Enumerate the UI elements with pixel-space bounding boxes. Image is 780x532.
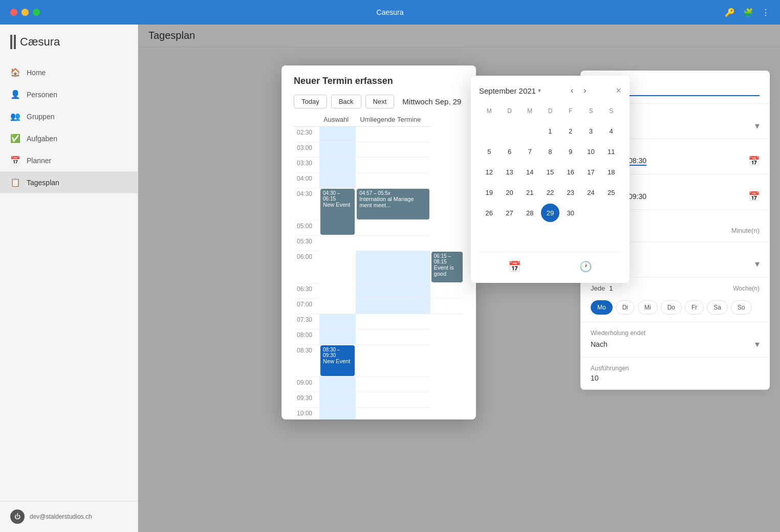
dp-day[interactable]: 20 bbox=[501, 183, 519, 202]
dp-day[interactable]: 21 bbox=[521, 183, 539, 202]
auswahl-cell[interactable] bbox=[356, 298, 430, 314]
auswahl-cell[interactable] bbox=[319, 158, 356, 173]
dp-day[interactable]: 6 bbox=[501, 142, 519, 161]
auswahl-cell[interactable] bbox=[319, 407, 356, 419]
weekday-chip[interactable]: Mo bbox=[591, 300, 613, 315]
time-cell: 03:30 bbox=[294, 158, 319, 173]
auswahl-cell[interactable] bbox=[319, 329, 356, 344]
sidebar-item-tagesplan[interactable]: 📋 Tagesplan bbox=[0, 171, 138, 193]
time-cell: 03:00 bbox=[294, 142, 319, 158]
umliegende-cell bbox=[356, 376, 430, 392]
sidebar-item-home[interactable]: 🏠 Home bbox=[0, 61, 138, 83]
dp-day[interactable]: 11 bbox=[602, 142, 620, 161]
auswahl-cell[interactable] bbox=[356, 251, 430, 283]
sidebar-item-gruppen[interactable]: 👥 Gruppen bbox=[0, 105, 138, 127]
ausfuehrungen-value[interactable]: 10 bbox=[591, 374, 760, 382]
dp-day[interactable]: 1 bbox=[541, 122, 559, 140]
back-button[interactable]: Back bbox=[331, 95, 361, 108]
weekday-chip[interactable]: So bbox=[731, 300, 752, 315]
dp-day[interactable]: 23 bbox=[561, 183, 580, 202]
dp-day[interactable]: 13 bbox=[501, 163, 519, 181]
auswahl-cell[interactable]: 04:30 – 06:15 New Event bbox=[319, 188, 356, 314]
datepicker-prev-button[interactable]: ‹ bbox=[567, 84, 577, 97]
user-email: dev@stalderstudios.ch bbox=[30, 513, 92, 520]
dp-day[interactable]: 17 bbox=[581, 163, 600, 181]
table-row: 03:00 bbox=[294, 142, 464, 158]
jede-value[interactable]: 1 bbox=[609, 284, 613, 292]
datepicker-next-button[interactable]: › bbox=[579, 84, 590, 97]
dropdown-icon[interactable]: ▾ bbox=[755, 120, 760, 131]
table-row: 09:30 bbox=[294, 392, 464, 407]
wiederholung-dropdown-icon[interactable]: ▾ bbox=[755, 339, 760, 350]
calendar-start-icon[interactable]: 📅 bbox=[748, 156, 760, 167]
dp-day[interactable]: 30 bbox=[561, 204, 580, 222]
dp-day[interactable]: 28 bbox=[521, 204, 539, 222]
auswahl-cell[interactable]: 08:30 – 09:30 New Event bbox=[319, 344, 356, 376]
event-time: 08:30 – 09:30 bbox=[323, 347, 352, 358]
time-cell: 08:30 bbox=[294, 344, 319, 376]
dp-day[interactable]: 24 bbox=[581, 183, 600, 202]
next-button[interactable]: Next bbox=[365, 95, 395, 108]
sidebar-nav: 🏠 Home 👤 Personen 👥 Gruppen ✅ Aufgaben 📅… bbox=[0, 61, 138, 501]
dropdown-arrow-icon: ▾ bbox=[538, 87, 541, 94]
dp-weekday-label: S bbox=[581, 105, 601, 117]
weekday-chip[interactable]: Do bbox=[661, 300, 682, 315]
auswahl-cell[interactable] bbox=[319, 173, 356, 188]
dp-day[interactable]: 18 bbox=[602, 163, 620, 181]
dp-day bbox=[602, 204, 620, 222]
dp-day[interactable]: 25 bbox=[602, 183, 620, 202]
sidebar-item-aufgaben[interactable]: ✅ Aufgaben bbox=[0, 127, 138, 149]
datepicker-close-button[interactable]: × bbox=[616, 85, 621, 96]
window-controls[interactable] bbox=[10, 9, 40, 16]
auswahl-cell[interactable] bbox=[319, 142, 356, 158]
wiederholen-dropdown-icon[interactable]: ▾ bbox=[755, 258, 760, 270]
dp-day[interactable]: 2 bbox=[561, 122, 580, 140]
auswahl-cell[interactable] bbox=[319, 314, 356, 329]
dp-day[interactable]: 16 bbox=[561, 163, 580, 181]
dp-day[interactable]: 5 bbox=[480, 142, 499, 161]
sidebar: Cæsura 🏠 Home 👤 Personen 👥 Gruppen ✅ Auf… bbox=[0, 25, 138, 532]
today-button[interactable]: Today bbox=[294, 95, 327, 108]
event-title: New Event bbox=[323, 202, 352, 208]
dp-day[interactable]: 7 bbox=[521, 142, 539, 161]
dp-day[interactable]: 8 bbox=[541, 142, 559, 161]
weekday-chip[interactable]: Sa bbox=[707, 300, 728, 315]
dp-day bbox=[581, 204, 600, 222]
maximize-button[interactable] bbox=[33, 9, 40, 16]
dp-day[interactable]: 4 bbox=[602, 122, 620, 140]
datepicker-days[interactable]: 1234567891011121314151617181920212223242… bbox=[479, 121, 621, 243]
auswahl-cell[interactable] bbox=[319, 376, 356, 392]
auswahl-cell[interactable] bbox=[356, 283, 430, 298]
close-button[interactable] bbox=[10, 9, 17, 16]
dp-day[interactable]: 15 bbox=[541, 163, 559, 181]
dp-day[interactable]: 10 bbox=[581, 142, 600, 161]
dp-day[interactable]: 9 bbox=[561, 142, 580, 161]
wiederholung-value[interactable]: Nach bbox=[591, 340, 608, 348]
dp-day[interactable]: 19 bbox=[480, 183, 499, 202]
table-row: 05:30 bbox=[294, 236, 464, 251]
dp-weekday-label: D bbox=[500, 105, 520, 117]
weekday-chip[interactable]: Di bbox=[616, 300, 635, 315]
auswahl-cell[interactable] bbox=[319, 392, 356, 407]
more-icon[interactable]: ⋮ bbox=[762, 8, 770, 17]
sidebar-item-planner[interactable]: 📅 Planner bbox=[0, 149, 138, 171]
sidebar-item-label: Personen bbox=[27, 91, 57, 99]
dp-day[interactable]: 27 bbox=[501, 204, 519, 222]
minimize-button[interactable] bbox=[21, 9, 29, 16]
tagesplan-icon: 📋 bbox=[10, 178, 20, 187]
umliegende-cell: 06:15 – 08:15 Event is good bbox=[430, 251, 464, 283]
dp-day[interactable]: 29 bbox=[541, 204, 559, 222]
dp-day[interactable]: 12 bbox=[480, 163, 499, 181]
calendar-end-icon[interactable]: 📅 bbox=[748, 191, 760, 202]
dp-day[interactable]: 26 bbox=[480, 204, 499, 222]
dp-day[interactable]: 22 bbox=[541, 183, 559, 202]
datepicker-clock-icon-btn[interactable]: 🕐 bbox=[571, 258, 600, 275]
weekday-chip[interactable]: Mi bbox=[638, 300, 658, 315]
sidebar-item-personen[interactable]: 👤 Personen bbox=[0, 83, 138, 105]
weekday-chip[interactable]: Fr bbox=[685, 300, 704, 315]
dp-day[interactable]: 3 bbox=[581, 122, 600, 140]
logo-text: Cæsura bbox=[20, 35, 60, 49]
auswahl-cell[interactable] bbox=[319, 127, 356, 142]
datepicker-calendar-icon-btn[interactable]: 📅 bbox=[500, 258, 529, 275]
dp-day[interactable]: 14 bbox=[521, 163, 539, 181]
